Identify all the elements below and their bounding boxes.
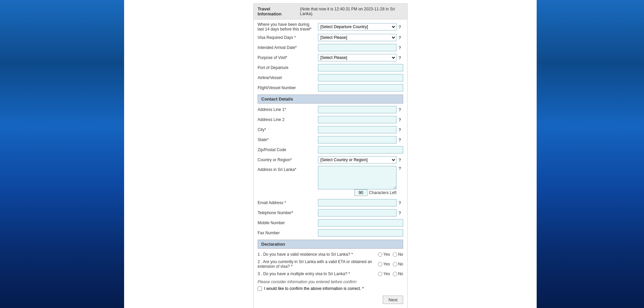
mobile-field <box>318 219 403 227</box>
declaration-q2-yes-label[interactable]: Yes <box>378 262 390 266</box>
declaration-q2-no-label[interactable]: No <box>393 262 403 266</box>
airline-vessel-input[interactable] <box>318 74 403 81</box>
departure-country-select[interactable]: [Select Departure Country] <box>318 23 396 30</box>
chars-left-row: Characters Left <box>318 189 396 196</box>
telephone-field <box>318 209 396 217</box>
country-label: Country or Region* <box>258 158 318 162</box>
departure-country-help[interactable]: ? <box>396 24 403 29</box>
email-field <box>318 199 396 206</box>
city-row: City* ? <box>258 126 403 134</box>
zip-label: Zip/Postal Code <box>258 147 318 152</box>
address-line2-input[interactable] <box>318 116 396 123</box>
airline-vessel-row: Airline/Vessel <box>258 74 403 82</box>
form-title: Travel Information <box>258 6 293 16</box>
zip-row: Zip/Postal Code <box>258 146 403 154</box>
declaration-q1-radio-group: Yes No <box>378 252 403 257</box>
declaration-q3-no-label[interactable]: No <box>393 271 403 276</box>
mobile-input[interactable] <box>318 219 403 227</box>
address-sri-lanka-help[interactable]: ? <box>396 166 403 171</box>
email-label: Email Address * <box>258 200 318 205</box>
contact-details-section-header: Contact Details <box>258 95 403 104</box>
state-row: State* ? <box>258 136 403 144</box>
city-input[interactable] <box>318 126 396 133</box>
form-header: Travel Information (Note that now it is … <box>254 4 407 19</box>
declaration-q3-row: 3 . Do you have a multiple entry visa to… <box>258 271 403 276</box>
flight-vessel-number-label: Flight/Vessel Number <box>258 85 318 90</box>
state-input[interactable] <box>318 136 396 143</box>
fax-input[interactable] <box>318 229 403 237</box>
address-line2-field <box>318 116 396 123</box>
visa-required-days-help[interactable]: ? <box>396 35 403 40</box>
intended-arrival-date-input[interactable] <box>318 44 396 51</box>
port-of-departure-field <box>318 64 403 71</box>
checkbox-row: I would like to confirm the above inform… <box>258 286 403 291</box>
purpose-of-visit-row: Purpose of Visit* [Select Please] ? <box>258 54 403 62</box>
email-input[interactable] <box>318 199 396 206</box>
form-container: Travel Information (Note that now it is … <box>253 3 408 308</box>
declaration-q1-yes-radio[interactable] <box>378 252 382 257</box>
country-select[interactable]: [Select Country or Region] <box>318 156 396 164</box>
state-help[interactable]: ? <box>396 137 403 142</box>
address-sri-lanka-field: Characters Left <box>318 166 396 197</box>
declaration-q3-radio-group: Yes No <box>378 271 403 276</box>
intended-arrival-date-help[interactable]: ? <box>396 45 403 50</box>
port-of-departure-label: Port of Departure <box>258 65 318 70</box>
port-of-departure-row: Port of Departure <box>258 64 403 72</box>
telephone-input[interactable] <box>318 209 396 217</box>
telephone-help[interactable]: ? <box>396 210 403 215</box>
visa-required-days-field: [Select Please] <box>318 34 396 41</box>
declaration-label: Declaration <box>261 242 285 247</box>
visa-required-days-label: Visa Required Days * <box>258 35 318 40</box>
declaration-q1-no-label[interactable]: No <box>393 252 403 257</box>
telephone-label: Telephone Number* <box>258 210 318 215</box>
declaration-q1-text: 1 . Do you have a valid residence visa t… <box>258 252 378 257</box>
zip-input[interactable] <box>318 146 403 153</box>
address-line1-label: Address Line 1* <box>258 107 318 112</box>
declaration-section-header: Declaration <box>258 240 403 249</box>
next-button[interactable]: Next <box>383 296 403 304</box>
declaration-q3-yes-label[interactable]: Yes <box>378 271 390 276</box>
main-content: Travel Information (Note that now it is … <box>124 0 537 308</box>
address-line1-field <box>318 106 396 113</box>
port-of-departure-input[interactable] <box>318 64 403 71</box>
address-line1-help[interactable]: ? <box>396 107 403 112</box>
declaration-q1-no-radio[interactable] <box>393 252 397 257</box>
contact-details-label: Contact Details <box>261 97 293 102</box>
country-row: Country or Region* [Select Country or Re… <box>258 156 403 164</box>
city-help[interactable]: ? <box>396 127 403 132</box>
declaration-q3-yes-radio[interactable] <box>378 272 382 276</box>
address-sri-lanka-textarea[interactable] <box>318 166 396 189</box>
mobile-row: Mobile Number <box>258 219 403 227</box>
purpose-of-visit-select[interactable]: [Select Please] <box>318 54 396 61</box>
visa-required-days-select[interactable]: [Select Please] <box>318 34 396 41</box>
flight-vessel-number-input[interactable] <box>318 84 403 91</box>
left-sidebar <box>0 0 124 308</box>
telephone-row: Telephone Number* ? <box>258 209 403 217</box>
intended-arrival-date-label: Intended Arrival Date* <box>258 45 318 50</box>
chars-left-label: Characters Left <box>369 190 396 195</box>
confirm-checkbox[interactable] <box>258 287 262 291</box>
chars-left-input <box>354 189 368 196</box>
country-help[interactable]: ? <box>396 158 403 163</box>
intended-arrival-date-field <box>318 44 396 51</box>
city-field <box>318 126 396 133</box>
email-row: Email Address * ? <box>258 199 403 207</box>
fax-field <box>318 229 403 237</box>
address-line2-help[interactable]: ? <box>396 117 403 122</box>
address-line1-input[interactable] <box>318 106 396 113</box>
declaration-q2-no-radio[interactable] <box>393 262 397 266</box>
declaration-q2-text: 2 . Are you currently in Sri Lanka with … <box>258 259 378 269</box>
declaration-section: 1 . Do you have a valid residence visa t… <box>258 252 403 291</box>
departure-country-field: [Select Departure Country] <box>318 23 396 30</box>
email-help[interactable]: ? <box>396 200 403 205</box>
departure-country-label: Where you have been during last 14 days … <box>258 22 318 32</box>
declaration-q1-yes-label[interactable]: Yes <box>378 252 390 257</box>
declaration-q2-yes-radio[interactable] <box>378 262 382 266</box>
fax-row: Fax Number <box>258 229 403 237</box>
right-sidebar <box>537 0 644 308</box>
purpose-of-visit-help[interactable]: ? <box>396 55 403 60</box>
confirm-text: Please consider information you entered … <box>258 280 403 284</box>
address-line2-row: Address Line 2 ? <box>258 116 403 124</box>
declaration-q3-no-radio[interactable] <box>393 272 397 276</box>
airline-vessel-field <box>318 74 403 81</box>
